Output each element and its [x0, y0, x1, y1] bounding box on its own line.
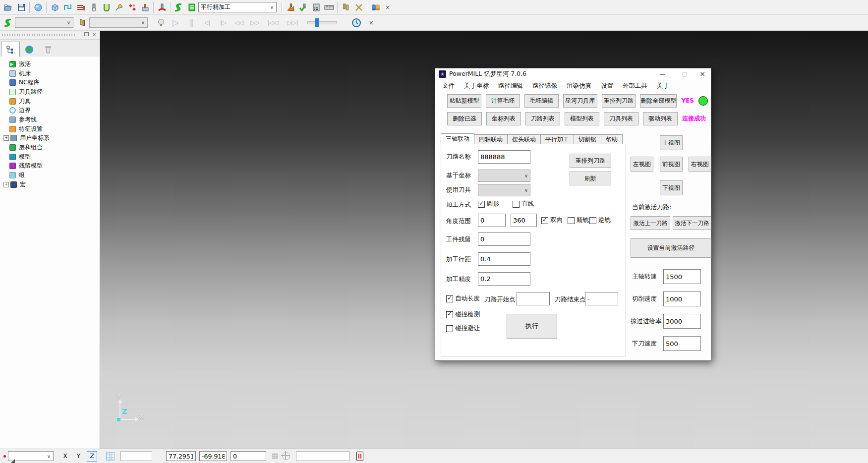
tree-item-machine[interactable]: 机床	[3, 69, 100, 78]
sim-tool-combobox[interactable]: ∨	[89, 17, 148, 28]
activate-prev-toolpath-button[interactable]: 激活上一刀路	[631, 216, 670, 230]
tab-parallel[interactable]: 平行加工	[541, 134, 574, 144]
stock-allowance-input[interactable]	[478, 232, 530, 246]
expander-icon[interactable]: +	[3, 135, 9, 141]
climb-mill-checkbox[interactable]	[568, 217, 575, 224]
tree-item-groups[interactable]: 组	[3, 171, 100, 180]
menu-path-edit[interactable]: 路径编辑	[498, 82, 523, 90]
tree-item-macros[interactable]: +宏	[3, 180, 100, 189]
tree-item-models[interactable]: 模型	[3, 152, 100, 162]
save-project-icon[interactable]	[15, 1, 28, 13]
climb-mill-checkbox-row[interactable]: 顺铣	[568, 216, 589, 225]
speed-slider[interactable]	[307, 21, 337, 24]
rewind-button[interactable]: ◁◁	[231, 19, 247, 26]
conventional-mill-checkbox[interactable]	[589, 217, 596, 224]
bidirectional-checkbox-row[interactable]: ✓双向	[541, 216, 563, 225]
delete-all-models-button[interactable]: 删除全部模型	[640, 94, 677, 108]
angle-to-input[interactable]	[511, 214, 537, 227]
lightbulb-icon[interactable]	[155, 17, 168, 29]
stepover-input[interactable]	[478, 252, 530, 266]
tab-explorer-tree[interactable]	[1, 42, 20, 57]
menu-about[interactable]: 关于	[657, 82, 669, 90]
maximize-button[interactable]: □	[677, 69, 692, 79]
tab-saw[interactable]: 切割锯	[574, 134, 601, 144]
cursor-x-readout[interactable]	[166, 451, 196, 461]
drag-handle[interactable]	[2, 34, 76, 36]
skim-feed-input[interactable]	[663, 314, 701, 329]
execute-button[interactable]: 执行	[507, 314, 557, 339]
grid-snap-button[interactable]	[104, 451, 116, 462]
tab-recycle-bin[interactable]	[39, 42, 58, 57]
menu-render-sim[interactable]: 渲染仿真	[567, 82, 591, 90]
collision-avoid-checkbox[interactable]	[446, 325, 453, 332]
menu-external-tools[interactable]: 外部工具	[623, 82, 647, 90]
tool-burst-icon[interactable]	[284, 1, 297, 13]
calc-stock-button[interactable]: 计算毛坯	[486, 94, 520, 108]
step-back-button[interactable]: ◁|	[199, 19, 215, 26]
collision-avoid-checkbox-row[interactable]: 碰撞避让	[446, 324, 480, 333]
tool-holder-icon[interactable]	[139, 1, 152, 13]
circle-checkbox-row[interactable]: ✓圆形	[478, 200, 499, 208]
collision-check-checkbox[interactable]: ✓	[446, 311, 453, 318]
calculator-icon[interactable]	[310, 1, 323, 13]
ball-tool-icon[interactable]	[87, 1, 100, 13]
view-front-button[interactable]: 前视图	[660, 157, 683, 172]
block-icon[interactable]	[49, 1, 61, 13]
tree-item-activate[interactable]: ▶激活	[3, 59, 100, 69]
tree-item-workplanes[interactable]: +用户坐标系	[3, 134, 100, 143]
step-forward-button[interactable]: |▷	[215, 19, 231, 26]
database-cylinders-icon[interactable]	[369, 1, 382, 13]
conventional-mill-checkbox-row[interactable]: 逆铣	[589, 216, 611, 225]
axis-x-button[interactable]: X	[60, 451, 70, 462]
pattern-pencil-icon[interactable]	[113, 1, 126, 13]
play-button[interactable]: ▷	[168, 18, 183, 27]
ruler-icon[interactable]	[323, 1, 336, 13]
toolpath-list-button[interactable]: 刀路列表	[525, 112, 560, 125]
menu-settings[interactable]: 设置	[601, 82, 613, 90]
coord-list-button[interactable]: 坐标列表	[486, 112, 521, 125]
go-to-start-button[interactable]: |◁◁	[263, 19, 283, 26]
viewmill-sphere-icon[interactable]	[32, 1, 45, 13]
tolerance-input[interactable]	[478, 272, 530, 286]
plunge-feed-input[interactable]	[663, 336, 701, 351]
stock-edit-button[interactable]: 毛坯编辑	[524, 94, 559, 108]
activate-next-toolpath-button[interactable]: 激活下一刀路	[673, 216, 711, 230]
strategy-list-icon[interactable]	[185, 1, 198, 13]
tree-item-feature-sets[interactable]: 特征设置	[3, 124, 100, 134]
view-right-button[interactable]: 右视图	[689, 157, 711, 172]
toolbar-close-icon[interactable]: ×	[366, 19, 377, 26]
tab-swivel-head[interactable]: 摆头联动	[508, 134, 541, 144]
tree-item-toolpaths[interactable]: 刀具路径	[3, 87, 100, 97]
tree-item-boundaries[interactable]: 边界	[3, 106, 100, 115]
clock-icon[interactable]	[350, 17, 363, 29]
tab-web-view[interactable]	[20, 42, 39, 57]
pattern-points-icon[interactable]	[126, 1, 139, 13]
cutting-feed-input[interactable]	[663, 291, 701, 306]
tree-item-patterns[interactable]: 参考线	[3, 115, 100, 124]
u-cutter-icon[interactable]	[100, 1, 113, 13]
strategy-combobox[interactable]: 平行精加工 ∨	[198, 2, 277, 12]
tree-item-stock-models[interactable]: 残留模型	[3, 162, 100, 171]
menu-path-mirror[interactable]: 路径镜像	[532, 82, 557, 90]
tree-item-nc-programs[interactable]: NC程序	[3, 78, 100, 87]
close-button[interactable]: ×	[695, 69, 710, 79]
cursor-z-readout[interactable]	[231, 451, 266, 461]
pause-button[interactable]: ‖	[183, 18, 199, 27]
axis-z-button[interactable]: Z	[87, 451, 97, 462]
delete-selected-button[interactable]: 删除已选	[447, 112, 482, 125]
view-left-button[interactable]: 左视图	[631, 157, 653, 172]
sim-toolpath-combobox[interactable]: ∨	[15, 17, 73, 28]
auto-length-checkbox[interactable]: ✓	[446, 295, 453, 302]
tool-copy-icon[interactable]	[340, 1, 352, 13]
toolpath-name-input[interactable]	[478, 150, 530, 164]
tool-list-button[interactable]: 刀具列表	[604, 112, 638, 125]
angle-from-input[interactable]	[478, 214, 506, 227]
swap-arrows-icon[interactable]	[352, 1, 365, 13]
cursor-y-readout[interactable]	[199, 451, 227, 461]
line-checkbox[interactable]	[513, 201, 520, 208]
nc-program-icon[interactable]	[74, 1, 87, 13]
set-active-path-button[interactable]: 设置当前激活路径	[631, 238, 711, 258]
open-project-icon[interactable]	[2, 1, 15, 13]
paste-new-model-button[interactable]: 粘贴新模型	[447, 94, 481, 108]
base-coord-dropdown[interactable]: ∨	[478, 170, 530, 182]
